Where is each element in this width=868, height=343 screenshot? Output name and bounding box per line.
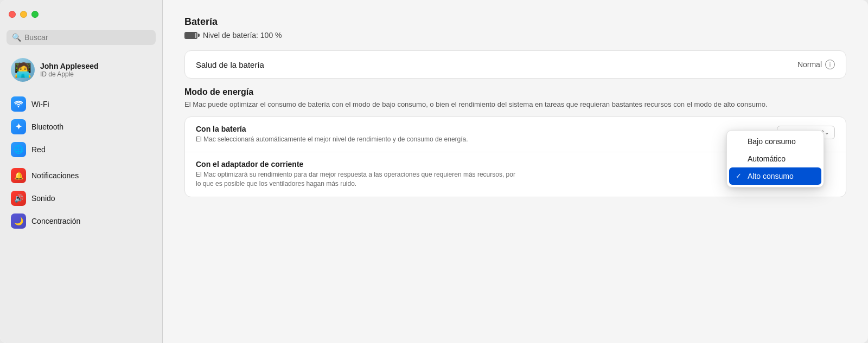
dropdown-option-bajo-consumo[interactable]: Bajo consumo bbox=[727, 133, 824, 150]
sidebar-item-sound-label: Sonido bbox=[31, 194, 55, 203]
sidebar-item-notifications-label: Notificaciones bbox=[31, 171, 79, 180]
dropdown-option-automatico-label: Automático bbox=[748, 154, 786, 163]
energy-mode-desc: El Mac puede optimizar el consumo de bat… bbox=[184, 99, 846, 110]
dropdown-option-bajo-consumo-label: Bajo consumo bbox=[748, 137, 796, 146]
dropdown-option-alto-consumo-label: Alto consumo bbox=[748, 172, 794, 180]
sidebar-item-bluetooth[interactable]: ✦ Bluetooth bbox=[7, 115, 156, 138]
close-button[interactable] bbox=[9, 11, 16, 18]
network-icon: 🌐 bbox=[11, 142, 26, 157]
sidebar-system-section: 🔔 Notificaciones 🔊 Sonido 🌙 Concentració… bbox=[7, 164, 156, 232]
battery-health-label: Salud de la batería bbox=[196, 60, 264, 69]
page-title: Batería bbox=[184, 16, 218, 28]
battery-body bbox=[184, 32, 197, 39]
battery-fill bbox=[186, 33, 195, 38]
battery-tip bbox=[198, 34, 200, 37]
energy-mode-title: Modo de energía bbox=[184, 87, 846, 97]
sidebar: 🔍 🧑‍💻 John Appleseed ID de Apple Wi-Fi bbox=[0, 0, 163, 343]
user-subtitle: ID de Apple bbox=[40, 70, 99, 78]
user-info: John Appleseed ID de Apple bbox=[40, 62, 99, 78]
dropdown-menu: Bajo consumo Automático ✓ Alto consumo bbox=[726, 130, 824, 187]
battery-row-text: Con la batería El Mac seleccionará autom… bbox=[196, 125, 468, 144]
sidebar-network-section: Wi-Fi ✦ Bluetooth 🌐 Red bbox=[7, 93, 156, 161]
battery-health-value: Normal bbox=[797, 60, 822, 69]
battery-status: Nivel de batería: 100 % bbox=[184, 31, 846, 40]
search-icon: 🔍 bbox=[12, 33, 21, 42]
battery-icon bbox=[184, 32, 200, 39]
adapter-row-desc: El Mac optimizará su rendimiento para da… bbox=[196, 170, 521, 189]
minimize-button[interactable] bbox=[20, 11, 27, 18]
battery-row-desc: El Mac seleccionará automáticamente el m… bbox=[196, 135, 468, 144]
sidebar-item-network-label: Red bbox=[31, 145, 46, 154]
info-icon[interactable]: i bbox=[825, 60, 835, 69]
focus-icon: 🌙 bbox=[11, 213, 26, 229]
sidebar-item-sound[interactable]: 🔊 Sonido bbox=[7, 187, 156, 210]
battery-health-status: Normal i bbox=[797, 60, 835, 69]
page-header: Batería bbox=[184, 16, 846, 28]
adapter-row-label: Con el adaptador de corriente bbox=[196, 160, 521, 169]
sidebar-item-wifi-label: Wi-Fi bbox=[31, 100, 49, 108]
checkmark-alto: ✓ bbox=[736, 172, 743, 180]
sidebar-item-focus-label: Concentración bbox=[31, 217, 80, 225]
main-content: Batería Nivel de batería: 100 % Salud de… bbox=[163, 0, 868, 343]
avatar: 🧑‍💻 bbox=[11, 58, 35, 82]
battery-row-inner: Con la batería El Mac seleccionará autom… bbox=[196, 125, 835, 144]
battery-health-row: Salud de la batería Normal i bbox=[196, 60, 835, 69]
energy-options-card: Con la batería El Mac seleccionará autom… bbox=[184, 117, 846, 197]
battery-health-card: Salud de la batería Normal i bbox=[184, 50, 846, 79]
adapter-row-text: Con el adaptador de corriente El Mac opt… bbox=[196, 160, 521, 189]
sidebar-item-focus[interactable]: 🌙 Concentración bbox=[7, 210, 156, 232]
sidebar-item-network[interactable]: 🌐 Red bbox=[7, 138, 156, 161]
user-profile[interactable]: 🧑‍💻 John Appleseed ID de Apple bbox=[7, 54, 156, 86]
sidebar-item-wifi[interactable]: Wi-Fi bbox=[7, 93, 156, 115]
window-controls bbox=[7, 11, 156, 18]
main-window: 🔍 🧑‍💻 John Appleseed ID de Apple Wi-Fi bbox=[0, 0, 868, 343]
dropdown-container: Automático ⌃⌄ Bajo consumo bbox=[777, 125, 835, 139]
user-name: John Appleseed bbox=[40, 62, 99, 70]
wifi-icon bbox=[11, 96, 26, 112]
maximize-button[interactable] bbox=[31, 11, 39, 18]
sound-icon: 🔊 bbox=[11, 191, 26, 206]
battery-row: Con la batería El Mac seleccionará autom… bbox=[185, 117, 846, 152]
search-input[interactable] bbox=[24, 33, 150, 42]
bluetooth-icon: ✦ bbox=[11, 119, 26, 134]
battery-level-text: Nivel de batería: 100 % bbox=[203, 31, 282, 40]
battery-row-label: Con la batería bbox=[196, 125, 468, 133]
dropdown-option-alto-consumo[interactable]: ✓ Alto consumo bbox=[729, 167, 821, 185]
sidebar-item-bluetooth-label: Bluetooth bbox=[31, 122, 63, 131]
search-bar[interactable]: 🔍 bbox=[7, 30, 156, 45]
dropdown-option-automatico[interactable]: Automático bbox=[727, 150, 824, 167]
sidebar-item-notifications[interactable]: 🔔 Notificaciones bbox=[7, 164, 156, 187]
energy-mode-section: Modo de energía El Mac puede optimizar e… bbox=[184, 87, 846, 197]
notifications-icon: 🔔 bbox=[11, 168, 26, 183]
